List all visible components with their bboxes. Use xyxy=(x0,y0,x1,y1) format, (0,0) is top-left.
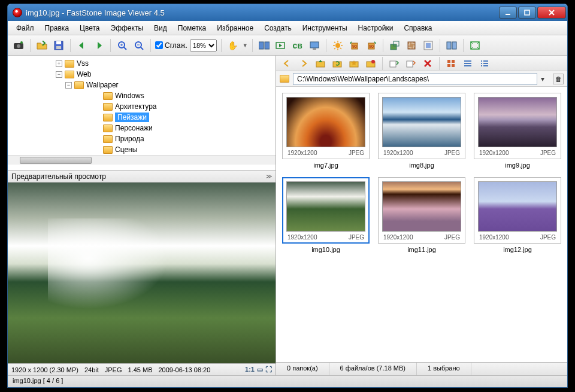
menu-цвета[interactable]: Цвета xyxy=(75,22,104,34)
menu-эффекты[interactable]: Эффекты xyxy=(106,22,149,34)
nav-forward-icon[interactable] xyxy=(296,56,311,71)
menu-файл[interactable]: Файл xyxy=(11,22,39,34)
thumb-res: 1920x1200 xyxy=(383,150,413,156)
nav-refresh-icon[interactable] xyxy=(330,56,344,71)
thumb-item[interactable]: 1920x1200JPEGimg7.jpg xyxy=(281,93,371,169)
tree-item[interactable]: Персонажи xyxy=(89,123,276,133)
resize-icon[interactable] xyxy=(388,38,402,53)
thumb-item[interactable]: 1920x1200JPEGimg12.jpg xyxy=(473,177,562,253)
status-files: 6 файла/ов (7.18 MB) xyxy=(329,363,417,375)
menu-пометка[interactable]: Пометка xyxy=(173,22,211,34)
tree-label: Vss xyxy=(77,59,89,68)
email-icon[interactable]: св xyxy=(290,38,305,53)
tree-item[interactable]: −Wallpaper xyxy=(60,80,276,90)
tree-item[interactable]: Windows xyxy=(89,90,276,101)
folder-tree[interactable]: +Vss−Web−WallpaperWindowsАрхитектураПейз… xyxy=(8,56,276,171)
tree-item[interactable]: +Vss xyxy=(51,58,276,69)
tree-item[interactable]: Пейзажи xyxy=(89,112,276,123)
menubar: ФайлПравкаЦветаЭффектыВидПометкаИзбранно… xyxy=(8,21,567,35)
save-icon[interactable] xyxy=(52,38,66,53)
tree-item[interactable]: −Web xyxy=(51,69,276,80)
acquire-icon[interactable] xyxy=(11,38,26,53)
view-list-icon[interactable] xyxy=(477,56,492,71)
svg-rect-41 xyxy=(447,42,451,49)
open-icon[interactable] xyxy=(35,38,49,53)
canvas-icon[interactable] xyxy=(421,38,435,53)
zoom-out-icon[interactable] xyxy=(132,38,146,53)
nav-back-icon[interactable] xyxy=(280,56,294,71)
menu-вид[interactable]: Вид xyxy=(149,22,172,34)
brightness-icon[interactable] xyxy=(331,38,345,53)
svg-line-29 xyxy=(334,48,335,49)
page-icon[interactable]: ▭ xyxy=(257,366,263,373)
menu-настройки[interactable]: Настройки xyxy=(353,22,398,34)
svg-rect-1 xyxy=(525,10,529,15)
tree-item[interactable]: Архитектура xyxy=(89,101,276,112)
thumb-item[interactable]: 1920x1200JPEGimg9.jpg xyxy=(473,93,562,169)
rotate-left-icon[interactable]: 90 xyxy=(347,38,362,53)
svg-rect-42 xyxy=(452,42,456,49)
nav-newfolder-icon[interactable] xyxy=(364,56,378,71)
svg-point-22 xyxy=(335,43,340,48)
thumb-res: 1920x1200 xyxy=(383,234,413,241)
preview-image[interactable] xyxy=(8,183,276,363)
collapse-icon[interactable]: ≫ xyxy=(266,173,272,180)
tree-label: Пейзажи xyxy=(115,113,149,122)
zoom-in-icon[interactable] xyxy=(115,38,129,53)
thumb-item[interactable]: 1920x1200JPEGimg8.jpg xyxy=(377,93,467,169)
crop-icon[interactable] xyxy=(404,38,419,53)
svg-rect-61 xyxy=(483,63,488,64)
svg-rect-44 xyxy=(316,62,325,67)
menu-избранное[interactable]: Избранное xyxy=(212,22,258,34)
nav-fav-icon[interactable] xyxy=(347,56,361,71)
zoom-select[interactable]: 18% xyxy=(190,39,217,51)
path-dropdown-icon[interactable]: ▾ xyxy=(541,75,549,83)
close-button[interactable] xyxy=(537,7,566,19)
preview-header-label: Предварительный просмотр xyxy=(11,172,106,181)
menu-правка[interactable]: Правка xyxy=(40,22,74,34)
right-pane: C:\Windows\Web\Wallpaper\Landscapes\ ▾ 🗑… xyxy=(276,56,567,375)
folder-icon xyxy=(103,92,113,100)
slideshow-icon[interactable] xyxy=(274,38,288,53)
thumb-image xyxy=(286,97,365,147)
svg-text:90: 90 xyxy=(352,44,357,48)
screen-icon[interactable] xyxy=(307,38,322,53)
view-thumbs-icon[interactable] xyxy=(444,56,458,71)
path-folder-icon xyxy=(280,75,289,83)
maximize-button[interactable] xyxy=(518,7,536,19)
hand-icon[interactable]: ✋ xyxy=(226,38,240,53)
tree-item[interactable]: Сцены xyxy=(89,144,276,155)
tree-item[interactable]: Природа xyxy=(89,133,276,144)
folder-icon xyxy=(103,114,113,121)
delete-icon[interactable] xyxy=(420,56,435,71)
settings-icon[interactable] xyxy=(444,38,459,53)
smooth-checkbox[interactable]: Сглаж. xyxy=(155,41,187,50)
titlebar[interactable]: img10.jpg - FastStone Image Viewer 4.5 xyxy=(8,4,567,21)
view-details-icon[interactable] xyxy=(461,56,475,71)
back-icon[interactable] xyxy=(75,38,89,53)
menu-справка[interactable]: Справка xyxy=(399,22,437,34)
move-to-icon[interactable] xyxy=(404,56,418,71)
path-input[interactable]: C:\Windows\Web\Wallpaper\Landscapes\ xyxy=(293,73,537,85)
nav-up-icon[interactable] xyxy=(313,56,328,71)
copy-to-icon[interactable] xyxy=(387,56,401,71)
expand-icon[interactable]: ⛶ xyxy=(265,366,272,373)
folder-icon xyxy=(74,81,84,89)
menu-создать[interactable]: Создать xyxy=(259,22,296,34)
tree-label: Персонажи xyxy=(115,124,153,132)
recycle-icon[interactable]: 🗑 xyxy=(553,74,564,84)
forward-icon[interactable] xyxy=(92,38,106,53)
thumbnail-grid[interactable]: 1920x1200JPEGimg7.jpg1920x1200JPEGimg8.j… xyxy=(276,87,567,362)
svg-rect-51 xyxy=(447,60,450,63)
ratio-icon[interactable]: 1:1 xyxy=(245,366,255,373)
thumb-item[interactable]: 1920x1200JPEGimg10.jpg xyxy=(281,177,371,253)
thumb-fmt: JPEG xyxy=(444,150,460,156)
tree-scrollbar[interactable] xyxy=(8,155,276,165)
rotate-right-icon[interactable]: 90 xyxy=(364,38,379,53)
svg-rect-9 xyxy=(56,46,61,49)
fullscreen-icon[interactable] xyxy=(468,38,482,53)
menu-инструменты[interactable]: Инструменты xyxy=(298,22,352,34)
minimize-button[interactable] xyxy=(499,7,517,19)
compare-icon[interactable] xyxy=(257,38,271,53)
thumb-item[interactable]: 1920x1200JPEGimg11.jpg xyxy=(377,177,467,253)
